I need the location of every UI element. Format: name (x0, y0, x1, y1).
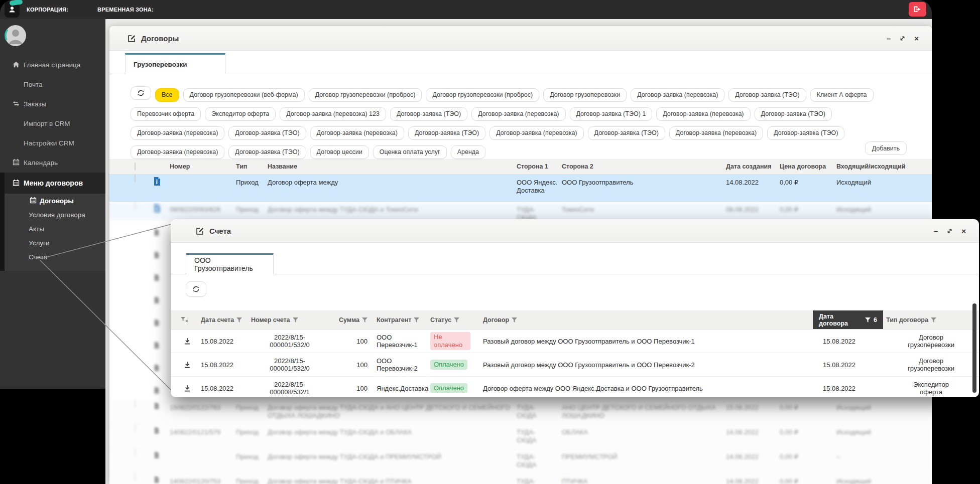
filter-chip[interactable]: Перевозчик оферта (131, 107, 201, 121)
filter-chip[interactable]: Аренда (451, 145, 485, 159)
clear-filters-icon[interactable] (181, 317, 201, 322)
sidebar-subitem-услуги[interactable]: Услуги (5, 236, 105, 250)
filter-icon (865, 317, 871, 322)
contract-row[interactable]: ПриходДоговор оферта между ТУДА-СЮДА и П… (109, 449, 932, 473)
filter-icon[interactable] (414, 317, 419, 322)
contract-row-selected[interactable]: ПриходДоговор оферта междуООО Яндекс. До… (109, 175, 932, 202)
column-header[interactable]: Дата договора6 (813, 310, 886, 329)
column-header[interactable]: Тип договора (886, 316, 979, 324)
filter-chip[interactable]: Договор грузоперевозки (543, 88, 627, 102)
filter-chip[interactable]: Договор грузоперевозки (проброс) (426, 88, 539, 102)
column-header[interactable]: Договор (483, 316, 813, 324)
maximize-button[interactable] (946, 228, 953, 234)
filter-chip[interactable]: Договор-заявка (перевозка) (310, 126, 404, 140)
download-invoice-icon[interactable] (181, 338, 201, 345)
filter-chip[interactable]: Договор грузоперевозки (веб-форма) (183, 88, 305, 102)
invoice-row[interactable]: 15.08.20222022/8/15- 000008/532/1100Янде… (171, 377, 979, 397)
logout-button[interactable] (909, 2, 926, 17)
contract-row[interactable]: 140822/0120/753ПриходДоговор оферта межд… (109, 473, 932, 484)
filter-chip[interactable]: Договор-заявка (ТЭО) (408, 126, 485, 140)
sidebar-item-настройки[interactable]: Настройки CRM (0, 133, 105, 153)
cell-date: 15.08.2022 (201, 361, 251, 369)
column-header[interactable]: Номер счета (251, 316, 331, 324)
maximize-button[interactable] (899, 35, 906, 42)
filter-icon[interactable] (931, 317, 936, 322)
filter-chip[interactable]: Договор-заявка (ТЭО) (228, 126, 306, 140)
row-checkbox[interactable] (135, 202, 136, 210)
download-invoice-icon[interactable] (181, 385, 201, 392)
sidebar-subitem-акты[interactable]: Акты (5, 222, 105, 236)
column-header[interactable]: Сумма (331, 316, 377, 324)
cell-price: 0,00 ₽ (780, 175, 836, 187)
user-menu-avatar[interactable] (5, 2, 20, 18)
sidebar-subitem-label: Договоры (40, 197, 74, 205)
invoices-table-header: Дата счетаНомер счетаСуммаКонтрагентСтат… (171, 310, 979, 330)
filter-chip[interactable]: Договор-заявка (ТЭО) (728, 88, 806, 102)
column-label: Тип договора (886, 316, 928, 324)
filter-chip[interactable]: Клиент А оферта (810, 88, 874, 102)
cell-date: 15.08.2022 (201, 338, 251, 345)
contract-row[interactable]: 080822/0093/826ПриходДоговор оферта межд… (109, 202, 932, 220)
row-checkbox[interactable] (135, 449, 136, 457)
filter-chip[interactable]: Оценка оплата услуг (373, 145, 447, 159)
row-checkbox[interactable] (135, 400, 136, 408)
vertical-scrollbar[interactable] (972, 303, 976, 393)
filter-icon[interactable] (454, 317, 459, 322)
filter-chip[interactable]: Договор-заявка (перевозка) (131, 126, 224, 140)
contract-row[interactable]: 150822/0122/763ПриходДоговор оферта межд… (109, 400, 932, 424)
filter-chip[interactable]: Договор-заявка (перевозка) (131, 145, 224, 159)
filter-chip[interactable]: Договор-заявка (ТЭО) (767, 126, 844, 140)
filter-chip[interactable]: Договор-заявка (ТЭО) (755, 107, 832, 121)
contract-row[interactable]: 140822/0121/579ПриходДоговор оферта межд… (109, 424, 932, 449)
filter-chip[interactable]: Договор-заявка (перевозка) (631, 88, 724, 102)
add-contract-button[interactable]: Добавить (865, 141, 907, 155)
sidebar-subitem-договоры[interactable]: Договоры (5, 194, 105, 208)
minimize-button[interactable]: – (887, 35, 891, 42)
filter-chip[interactable]: Договор-заявка (ТЭО) 1 (570, 107, 653, 121)
filter-chip[interactable]: Экспедитор оферта (205, 107, 276, 121)
invoice-row[interactable]: 15.08.20222022/8/15- 000001/532/0100ООО … (171, 330, 979, 353)
close-button[interactable]: × (914, 35, 919, 42)
sidebar-item-главная[interactable]: Главная страница (0, 55, 105, 75)
filter-chip-all[interactable]: Все (155, 88, 179, 102)
column-header[interactable]: Статус (430, 316, 483, 324)
profile-avatar[interactable] (0, 19, 105, 55)
sidebar-item-почта[interactable]: Почта (0, 75, 105, 94)
filter-chip[interactable]: Договор-заявка (ТЭО) (588, 126, 665, 140)
cell-date: 15.08.2022 (201, 385, 251, 392)
refresh-invoices-button[interactable] (186, 281, 206, 297)
close-button[interactable]: × (961, 227, 966, 235)
sidebar-subitem-условия[interactable]: Условия договора (5, 208, 105, 222)
sidebar-item-заказы[interactable]: Заказы (0, 94, 105, 114)
filter-chip[interactable]: Договор-заявка (ТЭО) (390, 107, 467, 121)
sidebar-item-календарь[interactable]: Календарь (0, 153, 105, 173)
row-checkbox[interactable] (135, 174, 136, 183)
filter-icon[interactable] (362, 317, 368, 322)
minimize-button[interactable]: – (934, 227, 938, 235)
filter-chip[interactable]: Договор-заявка (перевозка) (669, 126, 763, 140)
cell-type: Приход (236, 175, 268, 187)
row-checkbox[interactable] (135, 473, 136, 481)
filter-chip[interactable]: Договор-заявка (перевозка) 123 (280, 107, 386, 121)
filter-chip[interactable]: Договор грузоперевозки (проброс) (309, 88, 422, 102)
column-header[interactable]: Контрагент (377, 316, 430, 324)
column-header[interactable]: Дата счета (201, 316, 251, 324)
filter-icon[interactable] (293, 317, 298, 322)
tab-cargo-transportation[interactable]: Грузоперевозки (125, 53, 225, 74)
invoice-row[interactable]: 15.08.20222022/8/15- 000001/532/0100ООО … (171, 353, 979, 377)
filter-chip[interactable]: Договор-заявка (перевозка) (656, 107, 750, 121)
download-invoice-icon[interactable] (181, 361, 201, 368)
filter-chip[interactable]: Договор-заявка (перевозка) (471, 107, 565, 121)
refresh-contracts-button[interactable] (131, 86, 151, 100)
tab-gruzootpravitel[interactable]: ООО Грузоотправитель (186, 253, 274, 274)
filter-chip[interactable]: Договор цессии (310, 145, 369, 159)
sidebar-subitem-счета[interactable]: Счета (5, 250, 105, 264)
row-checkbox[interactable] (135, 424, 136, 432)
filter-icon[interactable] (236, 317, 242, 322)
sidebar-item-импорт[interactable]: Импорт в CRM (0, 114, 105, 133)
sidebar-item-menu-dogovorov[interactable]: Меню договоров (5, 173, 105, 194)
filter-chip[interactable]: Договор-заявка (ТЭО) (228, 145, 306, 159)
filter-chip[interactable]: Договор-заявка (перевозка) (489, 126, 583, 140)
filter-icon[interactable] (512, 317, 517, 322)
sorted-column-chip[interactable]: Дата договора6 (813, 310, 883, 329)
